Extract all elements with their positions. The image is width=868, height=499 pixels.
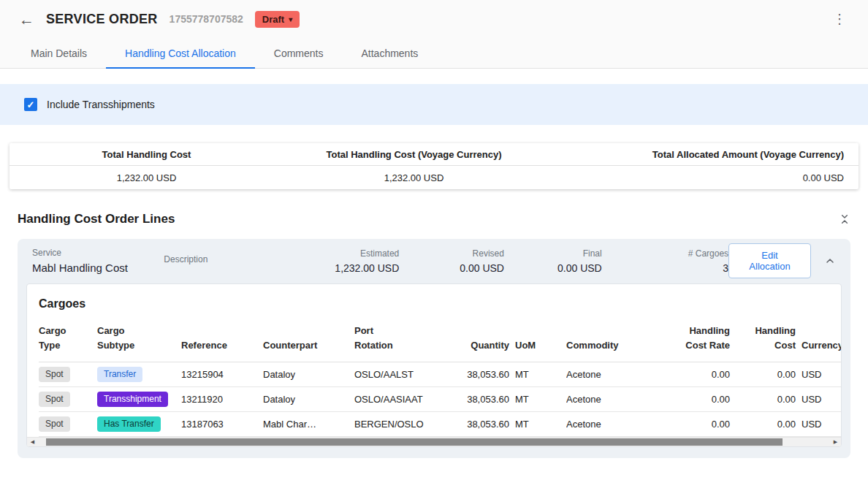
- check-icon: ✓: [27, 99, 35, 110]
- total-handling-cost-voyage-header: Total Handling Cost (Voyage Currency): [283, 149, 544, 160]
- col-quantity: Quantity: [458, 321, 515, 362]
- tab-bar: Main Details Handling Cost Allocation Co…: [0, 38, 868, 68]
- tab-attachments[interactable]: Attachments: [342, 38, 437, 69]
- cargo-subtype-chip: Transfer: [97, 367, 142, 382]
- col-uom: UoM: [515, 321, 566, 362]
- cargo-type-chip: Spot: [39, 416, 70, 432]
- reference-cell: 13211920: [181, 387, 263, 412]
- uom-cell: MT: [515, 387, 566, 412]
- currency-cell: USD: [802, 362, 841, 387]
- totals-summary-card: Total Handling Cost Total Handling Cost …: [9, 143, 859, 189]
- app-bar: ← SERVICE ORDER 1755778707582 Draft ▾ ⋮ …: [0, 0, 868, 69]
- estimated-value: 1,232.00 USD: [294, 262, 400, 274]
- tab-main-details[interactable]: Main Details: [12, 38, 106, 69]
- currency-cell: USD: [802, 412, 841, 437]
- quantity-cell: 38,053.60: [458, 362, 515, 387]
- handling-cost-cell: 0.00: [736, 387, 802, 412]
- handling-cost-cell: 0.00: [736, 412, 802, 437]
- counterpart-cell: Dataloy: [263, 362, 354, 387]
- counterpart-cell: Mabl Char…: [263, 412, 354, 437]
- totals-header-row: Total Handling Cost Total Handling Cost …: [9, 143, 859, 166]
- order-line-summary-row: Service Mabl Handling Cost Description E…: [18, 239, 850, 283]
- cargo-type-chip: Spot: [39, 392, 70, 407]
- chevron-up-icon[interactable]: [824, 255, 836, 267]
- col-handling-cost: Handling Cost: [736, 321, 802, 362]
- col-counterpart: Counterpart: [263, 321, 354, 362]
- totals-values-row: 1,232.00 USD 1,232.00 USD 0.00 USD: [9, 166, 859, 189]
- commodity-cell: Acetone: [566, 412, 683, 437]
- status-badge-label: Draft: [262, 14, 284, 25]
- scroll-left-icon[interactable]: ◀: [27, 438, 38, 446]
- status-badge[interactable]: Draft ▾: [255, 11, 300, 28]
- reference-cell: 13215904: [181, 362, 263, 387]
- total-handling-cost-voyage-value: 1,232.00 USD: [283, 172, 544, 183]
- commodity-cell: Acetone: [566, 362, 683, 387]
- estimated-label: Estimated: [294, 248, 400, 259]
- cargo-count-value: 3: [602, 262, 728, 274]
- col-handling-cost-rate: Handling Cost Rate: [683, 321, 736, 362]
- cargo-subtype-chip: Has Transfer: [97, 416, 161, 432]
- order-number: 1755778707582: [170, 13, 243, 25]
- cargo-count-label: # Cargoes: [602, 248, 728, 259]
- total-handling-cost-value: 1,232.00 USD: [9, 172, 283, 183]
- revised-value: 0.00 USD: [399, 262, 504, 274]
- uom-cell: MT: [515, 412, 566, 437]
- cargoes-title: Cargoes: [27, 284, 841, 321]
- scrollbar-track[interactable]: [38, 438, 830, 446]
- cargo-type-chip: Spot: [39, 367, 70, 382]
- description-label: Description: [164, 254, 294, 264]
- tab-comments[interactable]: Comments: [255, 38, 343, 69]
- handling-cost-rate-cell: 0.00: [683, 412, 736, 437]
- cargoes-table-clip: Cargo Type Cargo Subtype Reference Count…: [27, 321, 841, 437]
- port-rotation-cell: OSLO/AALST: [354, 362, 458, 387]
- col-cargo-type: Cargo Type: [39, 321, 97, 362]
- handling-cost-rate-cell: 0.00: [683, 387, 736, 412]
- include-transshipments-checkbox[interactable]: ✓: [24, 98, 37, 111]
- quantity-cell: 38,053.60: [458, 387, 515, 412]
- total-allocated-amount-value: 0.00 USD: [544, 172, 859, 183]
- revised-label: Revised: [399, 248, 504, 259]
- col-cargo-subtype: Cargo Subtype: [97, 321, 181, 362]
- app-bar-top: ← SERVICE ORDER 1755778707582 Draft ▾ ⋮: [0, 0, 868, 38]
- cargo-row: Spot Has Transfer 13187063 Mabl Char… BE…: [39, 412, 841, 437]
- final-label: Final: [504, 248, 602, 259]
- more-options-icon[interactable]: ⋮: [830, 11, 849, 27]
- col-reference: Reference: [181, 321, 263, 362]
- commodity-cell: Acetone: [566, 387, 683, 412]
- quantity-cell: 38,053.60: [458, 412, 515, 437]
- cargoes-card: Cargoes Cargo Type Cargo Subtype Referen…: [26, 283, 842, 447]
- reference-cell: 13187063: [181, 412, 263, 437]
- cargoes-table: Cargo Type Cargo Subtype Reference Count…: [39, 321, 841, 437]
- service-value: Mabl Handling Cost: [32, 262, 164, 274]
- handling-cost-rate-cell: 0.00: [683, 362, 736, 387]
- currency-cell: USD: [802, 387, 841, 412]
- total-allocated-amount-header: Total Allocated Amount (Voyage Currency): [544, 149, 859, 160]
- page-title: SERVICE ORDER: [46, 12, 158, 27]
- collapse-all-icon[interactable]: [839, 213, 850, 225]
- service-label: Service: [32, 248, 164, 258]
- tab-handling-cost-allocation[interactable]: Handling Cost Allocation: [106, 38, 255, 69]
- cargo-row: Spot Transshipment 13211920 Dataloy OSLO…: [39, 387, 841, 412]
- scroll-right-icon[interactable]: ▶: [830, 438, 841, 446]
- caret-down-icon: ▾: [289, 15, 292, 23]
- back-icon[interactable]: ←: [19, 12, 34, 27]
- uom-cell: MT: [515, 362, 566, 387]
- order-lines-section-title: Handling Cost Order Lines: [18, 212, 175, 226]
- total-handling-cost-header: Total Handling Cost: [9, 149, 283, 160]
- col-currency: Currency: [802, 321, 841, 362]
- cargo-row: Spot Transfer 13215904 Dataloy OSLO/AALS…: [39, 362, 841, 387]
- port-rotation-cell: OSLO/AASIAAT: [354, 387, 458, 412]
- scrollbar-thumb[interactable]: [46, 438, 783, 446]
- cargoes-header-row: Cargo Type Cargo Subtype Reference Count…: [39, 321, 841, 362]
- handling-cost-cell: 0.00: [736, 362, 802, 387]
- final-value: 0.00 USD: [504, 262, 602, 274]
- transshipments-banner: ✓ Include Transshipments: [0, 84, 868, 125]
- edit-allocation-button[interactable]: Edit Allocation: [728, 243, 811, 278]
- include-transshipments-label: Include Transshipments: [47, 99, 155, 110]
- order-lines-section-header: Handling Cost Order Lines: [0, 189, 868, 239]
- horizontal-scrollbar[interactable]: ◀ ▶: [27, 437, 841, 446]
- handling-cost-order-line-card: Service Mabl Handling Cost Description E…: [18, 239, 850, 458]
- port-rotation-cell: BERGEN/OSLO: [354, 412, 458, 437]
- col-commodity: Commodity: [566, 321, 683, 362]
- counterpart-cell: Dataloy: [263, 387, 354, 412]
